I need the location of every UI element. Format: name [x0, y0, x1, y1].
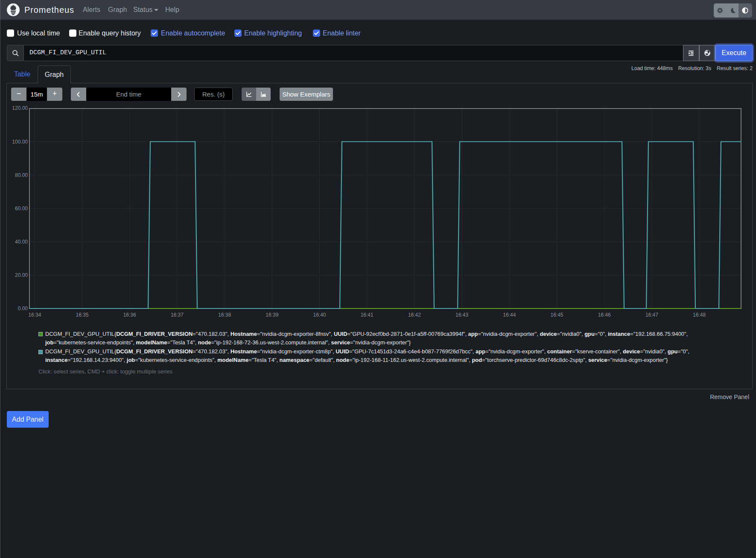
svg-text:16:44: 16:44	[503, 312, 516, 318]
svg-text:40.00: 40.00	[15, 239, 28, 245]
svg-text:16:36: 16:36	[123, 312, 136, 318]
svg-text:120.00: 120.00	[12, 105, 28, 111]
svg-text:0.00: 0.00	[18, 305, 28, 311]
svg-text:100.00: 100.00	[12, 139, 28, 145]
svg-text:16:39: 16:39	[266, 312, 278, 318]
svg-text:16:43: 16:43	[455, 312, 468, 318]
svg-text:16:47: 16:47	[645, 312, 658, 318]
svg-text:60.00: 60.00	[15, 206, 28, 211]
svg-text:20.00: 20.00	[15, 272, 28, 278]
svg-text:16:38: 16:38	[218, 312, 231, 318]
svg-text:16:48: 16:48	[693, 312, 706, 318]
svg-text:16:45: 16:45	[550, 312, 563, 318]
svg-text:16:35: 16:35	[76, 312, 88, 318]
svg-text:16:42: 16:42	[408, 312, 421, 318]
svg-text:16:34: 16:34	[28, 312, 41, 318]
svg-text:80.00: 80.00	[15, 172, 28, 178]
svg-text:16:41: 16:41	[361, 312, 374, 318]
svg-text:16:37: 16:37	[171, 312, 184, 318]
svg-text:16:40: 16:40	[313, 312, 326, 318]
svg-text:16:46: 16:46	[598, 312, 611, 318]
